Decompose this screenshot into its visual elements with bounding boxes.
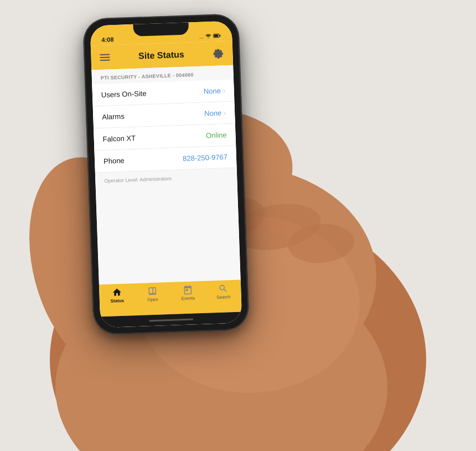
svg-rect-13 — [220, 35, 221, 37]
chevron-icon-alarms: › — [224, 109, 226, 117]
tab-label-open: Open — [147, 297, 158, 303]
item-label-phone: Phone — [104, 157, 125, 165]
door-icon — [146, 286, 159, 297]
home-icon — [111, 287, 123, 298]
item-label-alarms: Alarms — [102, 112, 125, 121]
tab-status[interactable]: Status — [103, 287, 131, 304]
item-value-falcon: Online — [206, 131, 227, 139]
settings-button[interactable] — [213, 48, 224, 59]
list-container: Users On-Site None › Alarms None › — [92, 80, 236, 173]
chevron-icon-users: › — [223, 87, 225, 95]
home-bar — [149, 318, 193, 322]
item-label-falcon: Falcon XT — [102, 134, 136, 143]
status-icons: ... — [199, 33, 221, 39]
item-value-text-falcon: Online — [206, 131, 227, 139]
app-title: Site Status — [138, 50, 184, 61]
item-value-text-phone: 828-250-9767 — [183, 153, 227, 163]
wifi-icon — [205, 34, 211, 39]
item-label-users: Users On-Site — [101, 89, 147, 99]
status-time: 4:08 — [101, 36, 113, 43]
tab-search[interactable]: Search — [209, 283, 237, 300]
hamburger-line — [100, 56, 110, 58]
item-value-phone: 828-250-9767 — [183, 153, 227, 163]
tab-label-status: Status — [111, 298, 125, 304]
item-value-text-users: None — [203, 86, 221, 95]
item-value-text-alarms: None — [204, 108, 222, 117]
item-value-alarms: None › — [204, 108, 226, 117]
calendar-icon — [182, 284, 194, 295]
tab-label-search: Search — [216, 294, 231, 300]
menu-button[interactable] — [100, 54, 110, 61]
search-icon — [217, 283, 230, 294]
signal-icon: ... — [199, 34, 204, 40]
tab-label-events: Events — [181, 296, 195, 301]
tab-bar: Status Open — [99, 279, 242, 317]
item-value-users: None › — [203, 86, 225, 95]
phone-shell: 4:08 ... — [83, 14, 249, 334]
hamburger-line — [100, 59, 110, 61]
battery-icon — [213, 33, 221, 39]
content-area: PTI SECURITY - ASHEVILLE - 004060 Users … — [91, 65, 240, 285]
tab-open[interactable]: Open — [138, 286, 167, 303]
tab-events[interactable]: Events — [174, 284, 202, 302]
svg-rect-12 — [214, 35, 218, 37]
hamburger-line — [100, 54, 110, 55]
phone-device: 4:08 ... — [83, 14, 249, 334]
phone-screen: 4:08 ... — [90, 21, 242, 328]
phone-notch — [133, 22, 189, 36]
